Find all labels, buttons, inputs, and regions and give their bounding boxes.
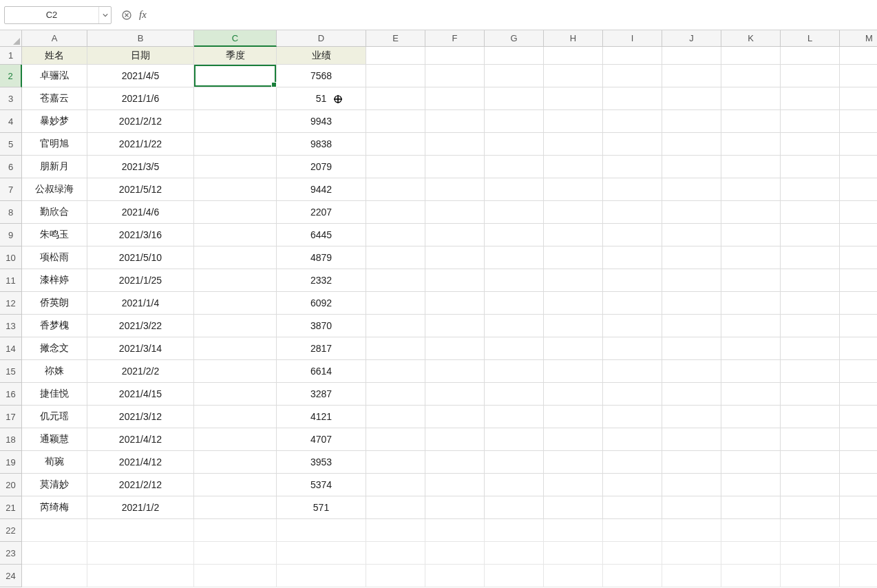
cell-D4[interactable]: 9943: [277, 110, 366, 133]
cell-M7[interactable]: [840, 178, 877, 201]
cell-B12[interactable]: 2021/1/4: [87, 292, 194, 315]
cell-M11[interactable]: [840, 269, 877, 292]
cell-J13[interactable]: [662, 315, 721, 337]
cell-J22[interactable]: [662, 519, 721, 542]
cell-I20[interactable]: [603, 474, 662, 496]
cell-J9[interactable]: [662, 224, 721, 246]
cell-J21[interactable]: [662, 496, 721, 519]
cell-I5[interactable]: [603, 133, 662, 156]
cell-F8[interactable]: [425, 201, 485, 224]
cell-H8[interactable]: [544, 201, 603, 224]
cell-J18[interactable]: [662, 428, 721, 451]
cell-L21[interactable]: [781, 496, 840, 519]
cell-J10[interactable]: [662, 246, 721, 269]
cell-F14[interactable]: [425, 337, 485, 360]
cell-F15[interactable]: [425, 360, 485, 383]
cell-L9[interactable]: [781, 224, 840, 246]
cell-B2[interactable]: 2021/4/5: [87, 65, 194, 87]
cell-F2[interactable]: [425, 65, 485, 87]
cell-H16[interactable]: [544, 383, 603, 406]
cell-G4[interactable]: [485, 110, 544, 133]
cell-M24[interactable]: [840, 565, 877, 587]
cell-I15[interactable]: [603, 360, 662, 383]
cell-K8[interactable]: [721, 201, 781, 224]
column-header-L[interactable]: L: [781, 30, 840, 47]
cell-L16[interactable]: [781, 383, 840, 406]
cell-K18[interactable]: [721, 428, 781, 451]
cell-F13[interactable]: [425, 315, 485, 337]
cell-F24[interactable]: [425, 565, 485, 587]
cell-A10[interactable]: 项松雨: [22, 246, 87, 269]
cell-I8[interactable]: [603, 201, 662, 224]
row-header-24[interactable]: 24: [0, 565, 22, 587]
cell-I11[interactable]: [603, 269, 662, 292]
cell-A21[interactable]: 芮绮梅: [22, 496, 87, 519]
cell-M3[interactable]: [840, 87, 877, 110]
cell-M9[interactable]: [840, 224, 877, 246]
cell-I3[interactable]: [603, 87, 662, 110]
cell-C20[interactable]: [194, 474, 277, 496]
cell-F10[interactable]: [425, 246, 485, 269]
cell-K7[interactable]: [721, 178, 781, 201]
cell-E8[interactable]: [366, 201, 425, 224]
cell-L12[interactable]: [781, 292, 840, 315]
cell-M19[interactable]: [840, 451, 877, 474]
cell-E11[interactable]: [366, 269, 425, 292]
cell-D23[interactable]: [277, 542, 366, 565]
cell-D15[interactable]: 6614: [277, 360, 366, 383]
cell-B7[interactable]: 2021/5/12: [87, 178, 194, 201]
cell-H3[interactable]: [544, 87, 603, 110]
column-header-A[interactable]: A: [22, 30, 87, 47]
cell-I21[interactable]: [603, 496, 662, 519]
cell-K6[interactable]: [721, 156, 781, 178]
cell-K5[interactable]: [721, 133, 781, 156]
cell-B1[interactable]: 日期: [87, 47, 194, 65]
cell-C4[interactable]: [194, 110, 277, 133]
cell-D16[interactable]: 3287: [277, 383, 366, 406]
cell-L17[interactable]: [781, 406, 840, 428]
column-header-C[interactable]: C: [194, 30, 277, 47]
column-header-E[interactable]: E: [366, 30, 425, 47]
cell-F16[interactable]: [425, 383, 485, 406]
cell-H2[interactable]: [544, 65, 603, 87]
cell-B19[interactable]: 2021/4/12: [87, 451, 194, 474]
cell-F6[interactable]: [425, 156, 485, 178]
cell-G2[interactable]: [485, 65, 544, 87]
cell-H4[interactable]: [544, 110, 603, 133]
cell-C2[interactable]: [194, 65, 277, 87]
cell-A1[interactable]: 姓名: [22, 47, 87, 65]
cell-E22[interactable]: [366, 519, 425, 542]
cell-H5[interactable]: [544, 133, 603, 156]
row-header-22[interactable]: 22: [0, 519, 22, 542]
cell-D13[interactable]: 3870: [277, 315, 366, 337]
cell-H12[interactable]: [544, 292, 603, 315]
fx-label[interactable]: fx: [139, 9, 147, 21]
row-header-7[interactable]: 7: [0, 178, 22, 201]
cell-J5[interactable]: [662, 133, 721, 156]
spreadsheet-grid[interactable]: ABCDEFGHIJKLM 12345678910111213141516171…: [0, 30, 877, 587]
cell-E12[interactable]: [366, 292, 425, 315]
cell-C22[interactable]: [194, 519, 277, 542]
cell-K22[interactable]: [721, 519, 781, 542]
cell-K9[interactable]: [721, 224, 781, 246]
cell-D11[interactable]: 2332: [277, 269, 366, 292]
cell-A11[interactable]: 漆梓婷: [22, 269, 87, 292]
cell-D17[interactable]: 4121: [277, 406, 366, 428]
cell-M12[interactable]: [840, 292, 877, 315]
cell-A22[interactable]: [22, 519, 87, 542]
cell-E4[interactable]: [366, 110, 425, 133]
row-headers[interactable]: 123456789101112131415161718192021222324: [0, 47, 22, 587]
cell-G5[interactable]: [485, 133, 544, 156]
cell-C1[interactable]: 季度: [194, 47, 277, 65]
cell-G14[interactable]: [485, 337, 544, 360]
cell-H6[interactable]: [544, 156, 603, 178]
cell-I12[interactable]: [603, 292, 662, 315]
cell-D9[interactable]: 6445: [277, 224, 366, 246]
cell-D6[interactable]: 2079: [277, 156, 366, 178]
cell-A24[interactable]: [22, 565, 87, 587]
row-header-5[interactable]: 5: [0, 133, 22, 156]
cell-C6[interactable]: [194, 156, 277, 178]
cell-B15[interactable]: 2021/2/2: [87, 360, 194, 383]
cell-I24[interactable]: [603, 565, 662, 587]
cell-B17[interactable]: 2021/3/12: [87, 406, 194, 428]
